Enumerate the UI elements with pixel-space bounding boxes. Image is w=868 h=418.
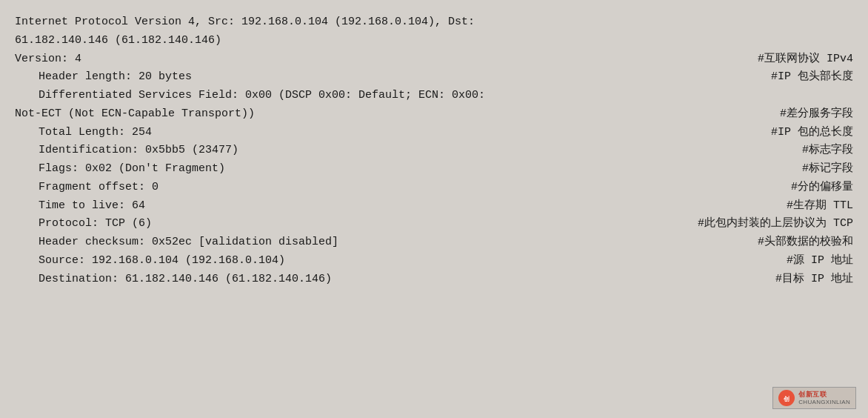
line-right-line6: #差分服务字段 <box>780 105 853 124</box>
line-left-line11: Time to live: 64 <box>39 197 772 216</box>
line-right-line11: #生存期 TTL <box>787 197 853 216</box>
line-right-line14: #源 IP 地址 <box>787 252 853 271</box>
line-left-line2: 61.182.140.146 (61.182.140.146) <box>15 32 853 50</box>
packet-line-line6: Not-ECT (Not ECN-Capable Transport))#差分服… <box>15 105 853 124</box>
line-right-line13: #头部数据的校验和 <box>758 233 853 252</box>
line-right-line4: #IP 包头部长度 <box>771 68 853 87</box>
line-left-line12: Protocol: TCP (6) <box>39 215 683 233</box>
line-left-line1: Internet Protocol Version 4, Src: 192.16… <box>15 13 853 32</box>
watermark-bottom-text: CHUANGXINLIAN <box>798 399 850 406</box>
watermark-text-block: 创新互联 CHUANGXINLIAN <box>798 391 850 405</box>
line-right-line7: #IP 包的总长度 <box>771 124 853 142</box>
line-left-line5: Differentiated Services Field: 0x00 (DSC… <box>39 87 853 105</box>
line-left-line3: Version: 4 <box>15 50 743 69</box>
line-left-line7: Total Length: 254 <box>39 124 756 142</box>
line-left-line15: Destination: 61.182.140.146 (61.182.140.… <box>39 271 761 289</box>
svg-text:创: 创 <box>783 396 789 402</box>
packet-line-line1: Internet Protocol Version 4, Src: 192.16… <box>15 13 853 32</box>
line-right-line3: #互联网协议 IPv4 <box>758 50 853 69</box>
packet-line-line14: Source: 192.168.0.104 (192.168.0.104)#源 … <box>15 252 853 271</box>
packet-line-line8: Identification: 0x5bb5 (23477)#标志字段 <box>15 142 853 160</box>
packet-line-line4: Header length: 20 bytes#IP 包头部长度 <box>15 68 853 87</box>
watermark: 创 创新互联 CHUANGXINLIAN <box>772 387 856 409</box>
packet-line-line13: Header checksum: 0x52ec [validation disa… <box>15 233 853 252</box>
packet-line-line10: Fragment offset: 0#分的偏移量 <box>15 179 853 197</box>
packet-line-line3: Version: 4#互联网协议 IPv4 <box>15 50 853 69</box>
packet-detail-panel: Internet Protocol Version 4, Src: 192.16… <box>0 0 868 418</box>
line-right-line15: #目标 IP 地址 <box>775 271 853 289</box>
line-left-line8: Identification: 0x5bb5 (23477) <box>39 142 787 160</box>
line-left-line9: Flags: 0x02 (Don't Fragment) <box>39 160 787 179</box>
line-right-line12: #此包内封装的上层协议为 TCP <box>698 215 853 233</box>
packet-line-line11: Time to live: 64#生存期 TTL <box>15 197 853 216</box>
line-left-line6: Not-ECT (Not ECN-Capable Transport)) <box>15 105 765 124</box>
packet-line-line15: Destination: 61.182.140.146 (61.182.140.… <box>15 271 853 289</box>
watermark-icon: 创 <box>778 390 795 406</box>
packet-line-line9: Flags: 0x02 (Don't Fragment)#标记字段 <box>15 160 853 179</box>
line-right-line10: #分的偏移量 <box>791 179 853 197</box>
line-right-line8: #标志字段 <box>802 142 853 160</box>
line-left-line14: Source: 192.168.0.104 (192.168.0.104) <box>39 252 772 271</box>
line-left-line4: Header length: 20 bytes <box>39 68 756 87</box>
watermark-box: 创 创新互联 CHUANGXINLIAN <box>772 387 856 409</box>
line-left-line10: Fragment offset: 0 <box>39 179 776 197</box>
watermark-top-text: 创新互联 <box>798 391 850 399</box>
packet-line-line5: Differentiated Services Field: 0x00 (DSC… <box>15 87 853 105</box>
packet-line-line2: 61.182.140.146 (61.182.140.146) <box>15 32 853 50</box>
packet-line-line12: Protocol: TCP (6)#此包内封装的上层协议为 TCP <box>15 215 853 233</box>
line-right-line9: #标记字段 <box>802 160 853 179</box>
line-left-line13: Header checksum: 0x52ec [validation disa… <box>39 233 743 252</box>
packet-line-line7: Total Length: 254#IP 包的总长度 <box>15 124 853 142</box>
